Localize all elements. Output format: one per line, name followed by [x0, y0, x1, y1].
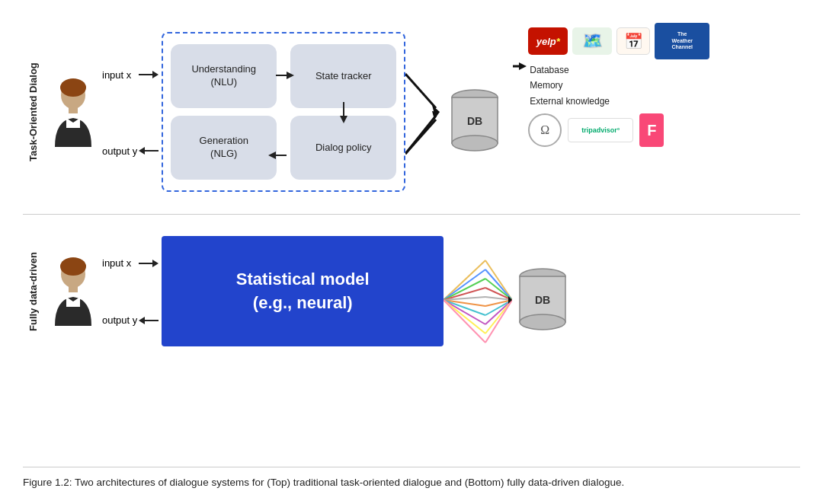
top-input-label: input x: [102, 69, 137, 81]
top-output-label: output y: [102, 145, 137, 157]
nlu-module: Understanding(NLU): [171, 44, 277, 108]
bottom-input-label: input x: [102, 257, 137, 269]
yelp-logo: yelp*: [528, 27, 568, 55]
svg-rect-2: [69, 106, 78, 113]
svg-line-24: [444, 270, 485, 300]
svg-line-13: [405, 120, 436, 154]
svg-point-1: [60, 78, 86, 97]
top-db-cylinder: DB: [447, 87, 502, 155]
bottom-db-cylinder: DB: [515, 266, 570, 334]
svg-line-9: [405, 74, 436, 108]
weather-channel-logo: TheWeatherChannel: [655, 23, 709, 59]
svg-text:DB: DB: [535, 294, 550, 306]
neural-lines: [444, 245, 512, 356]
wikipedia-logo: Ω: [528, 113, 562, 147]
figure-caption: Figure 1.2: Two architectures of dialogu…: [23, 467, 800, 490]
section-divider: [23, 214, 800, 215]
top-side-label: Task-Oriented Dialog: [23, 15, 43, 209]
top-avatar: [47, 15, 99, 209]
box-to-db-arrows: [405, 32, 447, 192]
map-logo: 🗺️: [572, 27, 612, 55]
bottom-side-label: Fully data-driven: [23, 219, 43, 364]
tripadvisor-logo: tripadvisor°: [568, 118, 633, 142]
svg-text:DB: DB: [467, 115, 482, 127]
svg-point-21: [60, 257, 86, 276]
bottom-avatar: [47, 219, 99, 364]
svg-rect-22: [69, 285, 78, 292]
svg-point-46: [520, 314, 565, 330]
svg-line-34: [485, 270, 512, 300]
bottom-output-label: output y: [102, 314, 137, 326]
page-container: Task-Oriented Dialog input x out: [0, 0, 823, 504]
statistical-model-box: Statistical model (e.g., neural): [162, 236, 444, 346]
db-to-knowledge-arrow: [513, 51, 527, 81]
knowledge-text: DatabaseMemoryExternal knowledge: [530, 62, 709, 109]
svg-marker-19: [519, 62, 527, 70]
svg-point-16: [452, 136, 498, 151]
calendar-logo: 📅: [616, 27, 650, 55]
state-tracker-module: State tracker: [290, 44, 396, 108]
foursquare-logo: F: [639, 113, 664, 147]
nlg-module: Generation(NLG): [171, 116, 277, 180]
dialog-policy-module: Dialog policy: [290, 116, 396, 180]
